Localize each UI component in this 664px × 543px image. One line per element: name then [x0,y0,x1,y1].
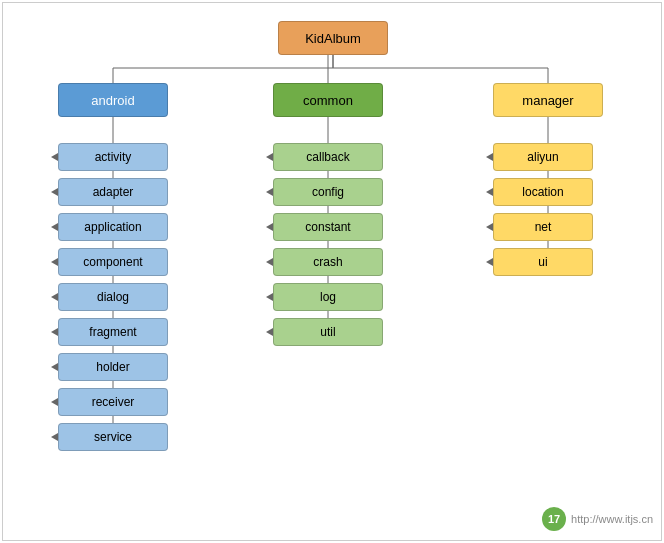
adapter-node: adapter [58,178,168,206]
manager-label: manager [522,93,573,108]
svg-marker-23 [51,398,58,406]
callback-node: callback [273,143,383,171]
service-label: service [94,430,132,444]
android-label: android [91,93,134,108]
dialog-label: dialog [97,290,129,304]
config-label: config [312,185,344,199]
util-label: util [320,325,335,339]
application-label: application [84,220,141,234]
ui-node: ui [493,248,593,276]
svg-marker-45 [486,223,493,231]
log-label: log [320,290,336,304]
svg-marker-15 [51,258,58,266]
svg-marker-19 [51,328,58,336]
activity-label: activity [95,150,132,164]
aliyun-label: aliyun [527,150,558,164]
svg-marker-32 [266,223,273,231]
svg-marker-25 [51,433,58,441]
svg-text:17: 17 [548,513,560,525]
svg-marker-21 [51,363,58,371]
config-node: config [273,178,383,206]
svg-marker-36 [266,293,273,301]
activity-node: activity [58,143,168,171]
net-label: net [535,220,552,234]
svg-marker-30 [266,188,273,196]
ui-label: ui [538,255,547,269]
watermark-logo-icon: 17 [541,506,567,532]
receiver-label: receiver [92,395,135,409]
root-label: KidAlbum [305,31,361,46]
location-label: location [522,185,563,199]
aliyun-node: aliyun [493,143,593,171]
watermark-text: http://www.itjs.cn [571,513,653,525]
android-node: android [58,83,168,117]
holder-node: holder [58,353,168,381]
log-node: log [273,283,383,311]
crash-label: crash [313,255,342,269]
manager-node: manager [493,83,603,117]
constant-label: constant [305,220,350,234]
service-node: service [58,423,168,451]
svg-marker-11 [51,188,58,196]
application-node: application [58,213,168,241]
common-label: common [303,93,353,108]
dialog-node: dialog [58,283,168,311]
adapter-label: adapter [93,185,134,199]
svg-marker-38 [266,328,273,336]
callback-label: callback [306,150,349,164]
svg-marker-9 [51,153,58,161]
common-node: common [273,83,383,117]
svg-marker-41 [486,153,493,161]
location-node: location [493,178,593,206]
fragment-node: fragment [58,318,168,346]
net-node: net [493,213,593,241]
diagram-container: KidAlbum android activity adapter applic… [2,2,662,541]
svg-marker-34 [266,258,273,266]
svg-marker-17 [51,293,58,301]
crash-node: crash [273,248,383,276]
svg-marker-28 [266,153,273,161]
fragment-label: fragment [89,325,136,339]
util-node: util [273,318,383,346]
svg-marker-47 [486,258,493,266]
root-node: KidAlbum [278,21,388,55]
watermark: 17 http://www.itjs.cn [541,506,653,532]
svg-marker-13 [51,223,58,231]
component-node: component [58,248,168,276]
receiver-node: receiver [58,388,168,416]
holder-label: holder [96,360,129,374]
constant-node: constant [273,213,383,241]
svg-marker-43 [486,188,493,196]
component-label: component [83,255,142,269]
